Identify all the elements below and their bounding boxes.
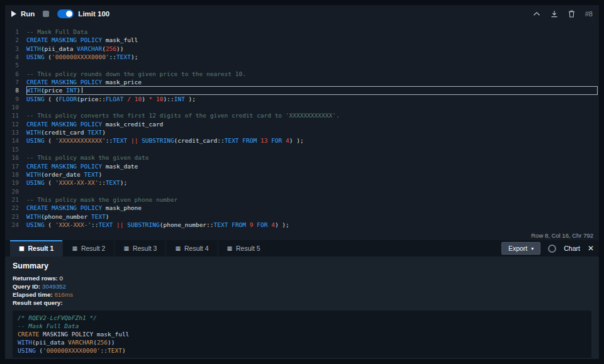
code-line[interactable]: 16-- This policy mask the given date <box>5 153 599 162</box>
line-number: 22 <box>5 204 19 212</box>
code-line[interactable]: 5 <box>5 61 599 69</box>
tab-result-4[interactable]: ▦Result 4 <box>165 240 217 256</box>
summary-row: Returned rows: 0 <box>13 274 591 282</box>
tab-label: Result 4 <box>184 245 209 252</box>
tab-label: Result 2 <box>81 245 106 252</box>
close-results-icon[interactable]: ✕ <box>588 244 594 253</box>
code-line[interactable]: 7CREATE MASKING POLICY mask_price <box>5 78 599 86</box>
line-number: 11 <box>5 111 19 119</box>
tab-result-2[interactable]: ▦Result 2 <box>62 240 114 256</box>
code-text: WITH(price INT) <box>26 86 598 94</box>
code-line[interactable]: 12CREATE MASKING POLICY mask_credit_card <box>5 120 599 128</box>
limit-label: Limit 100 <box>78 10 109 18</box>
line-number: 23 <box>5 212 19 221</box>
line-number: 24 <box>5 221 19 229</box>
line-number: 15 <box>5 145 19 153</box>
code-line[interactable]: 9USING ( (FLOOR(price::FLOAT / 10) * 10)… <box>5 95 599 103</box>
code-editor[interactable]: 1-- Mask Full Data2CREATE MASKING POLICY… <box>5 22 599 231</box>
line-number: 20 <box>5 187 19 196</box>
line-number: 4 <box>5 53 19 61</box>
trash-icon[interactable] <box>568 10 575 18</box>
code-text <box>26 61 598 69</box>
code-text <box>26 103 598 111</box>
code-text: -- This policy mask the given phone numb… <box>26 196 598 204</box>
tab-result-1[interactable]: ▦Result 1 <box>10 240 62 256</box>
chevron-down-icon: ▾ <box>531 246 534 251</box>
code-line[interactable]: 19USING ( 'XXXX-XX-XX'::TEXT); <box>5 179 599 187</box>
code-text: WITH(pii_data VARCHAR(256)) <box>26 45 598 53</box>
code-line[interactable]: 1-- Mask Full Data <box>5 28 599 36</box>
code-line[interactable]: 20 <box>5 187 599 196</box>
line-number: 2 <box>5 36 19 44</box>
code-line[interactable]: 2CREATE MASKING POLICY mask_full <box>5 36 599 44</box>
code-text: USING ( 'XXXXXXXXXXXX'::TEXT || SUBSTRIN… <box>26 136 598 145</box>
line-number: 13 <box>5 128 19 136</box>
code-lines: 1-- Mask Full Data2CREATE MASKING POLICY… <box>5 28 599 229</box>
limit-toggle[interactable] <box>57 9 74 18</box>
code-text: -- This policy mask the given date <box>26 153 598 162</box>
code-text: -- This policy converts the first 12 dig… <box>26 111 598 119</box>
code-line[interactable]: 8WITH(price INT) <box>5 86 599 94</box>
tab-label: Result 3 <box>133 245 157 252</box>
tab-result-3[interactable]: ▦Result 3 <box>114 240 165 256</box>
code-line[interactable]: 21-- This policy mask the given phone nu… <box>5 196 599 204</box>
line-number: 7 <box>5 78 19 86</box>
code-text: CREATE MASKING POLICY mask_phone <box>26 204 598 212</box>
summary-row: Result set query: <box>13 299 591 307</box>
export-button[interactable]: Export ▾ <box>501 242 540 255</box>
summary-row: Query ID: 3049352 <box>13 282 591 290</box>
query-line: CREATE MASKING POLICY mask_full <box>18 330 586 338</box>
code-text: CREATE MASKING POLICY mask_credit_card <box>26 120 598 128</box>
code-line[interactable]: 15 <box>5 145 599 153</box>
tab-result-5[interactable]: ▦Result 5 <box>218 240 269 256</box>
stop-icon[interactable] <box>43 11 49 17</box>
code-text: USING ( (FLOOR(price::FLOAT / 10) * 10):… <box>26 95 598 103</box>
table-icon: ▦ <box>19 245 25 251</box>
summary-label: Query ID: <box>13 283 40 290</box>
code-text: CREATE MASKING POLICY mask_full <box>26 36 598 44</box>
code-line[interactable]: 24USING ( 'XXX-XXX-'::TEXT || SUBSTRING(… <box>5 221 599 229</box>
collapse-editor-icon[interactable] <box>533 11 540 16</box>
code-line[interactable]: 18WITH(order_date TEXT) <box>5 170 599 179</box>
summary-panel: Summary Returned rows: 0Query ID: 304935… <box>5 256 599 359</box>
code-text: USING ( 'XXX-XXX-'::TEXT || SUBSTRING(ph… <box>26 221 598 229</box>
cursor-position: Row 8, Col 16, Chr 792 <box>531 232 593 239</box>
summary-value: 0 <box>58 275 63 282</box>
chart-label: Chart <box>564 245 580 252</box>
line-number: 12 <box>5 120 19 128</box>
code-line[interactable]: 13WITH(credit_card TEXT) <box>5 128 599 136</box>
code-line[interactable]: 14USING ( 'XXXXXXXXXXXX'::TEXT || SUBSTR… <box>5 136 599 145</box>
tabbar-right-group: Export ▾ Chart ✕ <box>501 240 594 256</box>
code-line[interactable]: 3WITH(pii_data VARCHAR(256)) <box>5 45 599 53</box>
code-line[interactable]: 23WITH(phone_number TEXT) <box>5 212 599 221</box>
query-line: USING ('000000XXXX0000'::TEXT) <box>18 346 586 355</box>
query-line: /* RQEV2-LcFVQbFZh1 */ <box>18 314 586 322</box>
code-line[interactable]: 22CREATE MASKING POLICY mask_phone <box>5 204 599 212</box>
summary-row: Elapsed time: 816ms <box>13 290 591 299</box>
code-line[interactable]: 6-- This policy rounds down the given pr… <box>5 70 599 78</box>
code-text: WITH(order_date TEXT) <box>26 170 598 179</box>
chart-toggle[interactable] <box>548 245 556 253</box>
summary-label: Result set query: <box>13 299 63 306</box>
line-number: 1 <box>5 28 19 36</box>
code-text: USING ( 'XXXX-XX-XX'::TEXT); <box>26 179 598 187</box>
code-line[interactable]: 4USING ('000000XXXX0000'::TEXT); <box>5 53 599 61</box>
code-line[interactable]: 10 <box>5 103 599 111</box>
code-line[interactable]: 11-- This policy converts the first 12 d… <box>5 111 599 119</box>
run-label: Run <box>21 10 35 18</box>
result-tabs: ▦Result 1▦Result 2▦Result 3▦Result 4▦Res… <box>10 240 269 256</box>
limit-toggle-group[interactable]: Limit 100 <box>57 9 109 18</box>
run-button[interactable]: Run <box>11 10 35 18</box>
query-editor-window: Run Limit 100 #8 1-- Mask Full Data2CREA… <box>5 5 599 359</box>
code-text <box>26 187 598 196</box>
editor-statusbar: Row 8, Col 16, Chr 792 <box>5 231 599 240</box>
results-tabbar: ▦Result 1▦Result 2▦Result 3▦Result 4▦Res… <box>5 240 599 256</box>
toolbar-right-group: #8 <box>533 10 593 18</box>
code-line[interactable]: 17CREATE MASKING POLICY mask_date <box>5 162 599 170</box>
download-icon[interactable] <box>551 10 558 18</box>
code-text: -- Mask Full Data <box>26 28 598 36</box>
query-line: -- Mask Full Data <box>18 322 586 330</box>
summary-value[interactable]: 3049352 <box>40 283 66 290</box>
table-icon: ▦ <box>175 245 181 251</box>
query-tab-number: #8 <box>585 10 593 18</box>
